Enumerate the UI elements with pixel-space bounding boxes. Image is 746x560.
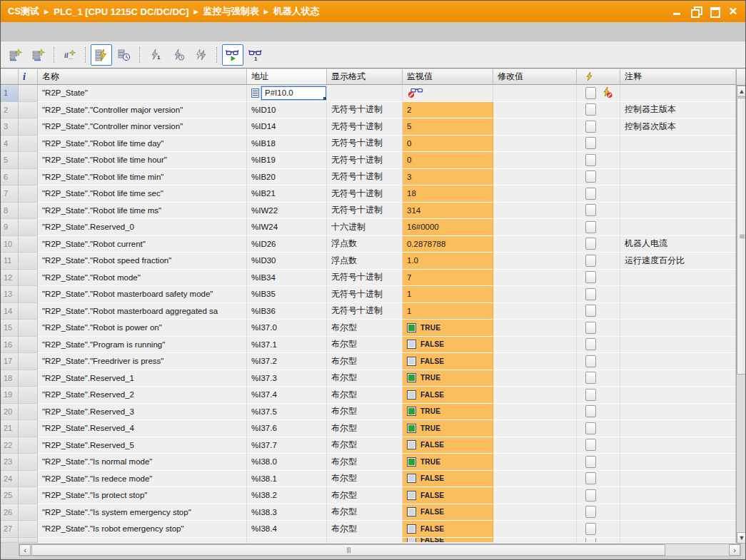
modify-checkbox[interactable] bbox=[585, 338, 596, 350]
close-icon[interactable]: ✕ bbox=[728, 6, 738, 16]
modify-trigger-column-header[interactable] bbox=[577, 69, 620, 85]
modify-checkbox[interactable] bbox=[585, 103, 596, 116]
display-format-cell[interactable]: 无符号十进制 bbox=[327, 303, 403, 320]
row-number-cell[interactable]: 12 bbox=[1, 270, 19, 287]
name-cell[interactable]: "R2P_State" bbox=[38, 85, 247, 102]
address-cell[interactable]: %I38.1 bbox=[247, 471, 327, 488]
display-format-cell[interactable]: 无符号十进制 bbox=[327, 169, 403, 186]
address-cell[interactable]: %I37.2 bbox=[247, 353, 327, 370]
row-number-cell[interactable]: 21 bbox=[1, 420, 19, 437]
display-format-cell[interactable]: 十六进制 bbox=[327, 219, 403, 236]
address-cell[interactable] bbox=[247, 538, 327, 543]
modify-checkbox[interactable] bbox=[585, 154, 596, 166]
row-number-cell[interactable]: 2 bbox=[1, 102, 19, 119]
address-cell[interactable]: %I38.2 bbox=[247, 487, 327, 504]
horizontal-scrollbar[interactable]: ‹ › bbox=[19, 544, 741, 556]
insert-row-icon[interactable] bbox=[5, 44, 26, 66]
row-number-cell[interactable]: 7 bbox=[1, 185, 19, 203]
modify-checkbox[interactable] bbox=[585, 389, 596, 401]
breadcrumb-watch-tables[interactable]: 监控与强制表 bbox=[203, 5, 259, 18]
modify-value-cell[interactable] bbox=[493, 303, 577, 320]
name-cell[interactable]: "R2P_State"."Freedriver is press" bbox=[38, 353, 247, 370]
modify-with-trigger-icon[interactable] bbox=[168, 44, 189, 66]
name-column-header[interactable]: 名称 bbox=[38, 69, 247, 85]
comment-cell[interactable] bbox=[620, 85, 736, 102]
row-number-cell[interactable]: 4 bbox=[1, 136, 19, 153]
comment-cell[interactable] bbox=[620, 219, 736, 236]
address-cell[interactable]: %I37.3 bbox=[247, 370, 327, 387]
modify-checkbox[interactable] bbox=[585, 472, 596, 484]
display-format-cell[interactable]: 布尔型 bbox=[327, 370, 403, 387]
address-cell[interactable]: %I37.0 bbox=[247, 320, 327, 337]
scroll-down-icon[interactable]: ▼ bbox=[737, 532, 746, 544]
display-format-cell[interactable]: 布尔型 bbox=[327, 404, 403, 421]
modify-value-cell[interactable] bbox=[493, 487, 577, 504]
name-cell[interactable]: "R2P_State"."Robot masterboard safety mo… bbox=[38, 286, 247, 303]
modify-value-cell[interactable] bbox=[493, 253, 577, 270]
modify-value-cell[interactable] bbox=[493, 270, 577, 287]
address-cell[interactable]: %I38.4 bbox=[247, 521, 327, 538]
address-cell[interactable]: %ID30 bbox=[247, 253, 327, 270]
comment-cell[interactable] bbox=[620, 152, 736, 169]
name-cell[interactable]: "R2P_State"."Robot life time ms" bbox=[38, 203, 247, 220]
display-format-cell[interactable]: 布尔型 bbox=[327, 320, 403, 337]
row-number-cell[interactable]: 13 bbox=[1, 286, 19, 303]
modify-value-cell[interactable] bbox=[493, 219, 577, 236]
breadcrumb-project[interactable]: CS测试 bbox=[8, 5, 39, 18]
row-number-cell[interactable]: 25 bbox=[1, 487, 19, 504]
row-number-cell[interactable] bbox=[1, 538, 19, 543]
modify-value-cell[interactable] bbox=[493, 320, 577, 337]
modify-checkbox[interactable] bbox=[585, 137, 596, 149]
breadcrumb-current-table[interactable]: 机器人状态 bbox=[273, 5, 320, 18]
display-format-cell[interactable]: 浮点数 bbox=[327, 253, 403, 270]
modify-checkbox[interactable] bbox=[585, 170, 596, 183]
expanded-mode-icon[interactable] bbox=[222, 44, 243, 66]
modify-value-cell[interactable] bbox=[493, 353, 577, 370]
monitor-value-column-header[interactable]: 监视值 bbox=[403, 69, 493, 85]
row-number-cell[interactable]: 26 bbox=[1, 504, 19, 521]
comment-cell[interactable] bbox=[620, 420, 736, 437]
row-number-cell[interactable]: 27 bbox=[1, 521, 19, 538]
comment-cell[interactable] bbox=[620, 353, 736, 370]
monitor-all-icon[interactable] bbox=[91, 44, 112, 66]
modify-value-cell[interactable] bbox=[493, 404, 577, 421]
display-format-cell[interactable]: 布尔型 bbox=[327, 454, 403, 471]
vertical-scrollbar[interactable]: ▲ ▼ bbox=[736, 69, 746, 543]
name-cell[interactable]: "R2P_State"."Robot masterboard aggregate… bbox=[38, 303, 247, 320]
comment-cell[interactable] bbox=[620, 320, 736, 337]
address-column-header[interactable]: 地址 bbox=[247, 69, 327, 85]
comment-cell[interactable] bbox=[620, 169, 736, 186]
comment-cell[interactable]: 控制器主版本 bbox=[620, 102, 736, 119]
address-cell[interactable]: %IW24 bbox=[247, 219, 327, 236]
add-row-icon[interactable] bbox=[28, 44, 49, 66]
name-cell[interactable]: "R2P_State"."Is protect stop" bbox=[38, 487, 247, 504]
modify-value-cell[interactable] bbox=[493, 420, 577, 437]
comment-column-header[interactable]: 注释 bbox=[620, 69, 736, 85]
modify-checkbox[interactable] bbox=[585, 221, 596, 233]
modify-value-cell[interactable] bbox=[493, 185, 577, 203]
name-cell[interactable]: "R2P_State"."Is redece mode" bbox=[38, 471, 247, 488]
name-cell[interactable] bbox=[38, 538, 247, 543]
modify-value-cell[interactable] bbox=[493, 286, 577, 303]
address-cell[interactable]: %I37.7 bbox=[247, 437, 327, 454]
float-window-icon[interactable] bbox=[691, 6, 701, 16]
name-cell[interactable]: "R2P_State"."Robot life time hour" bbox=[38, 152, 247, 169]
row-number-cell[interactable]: 10 bbox=[1, 236, 19, 253]
display-format-cell[interactable]: 无符号十进制 bbox=[327, 152, 403, 169]
maximize-icon[interactable] bbox=[710, 6, 720, 16]
display-format-cell[interactable]: 无符号十进制 bbox=[327, 136, 403, 153]
comment-cell[interactable] bbox=[620, 404, 736, 421]
address-cell[interactable]: %I37.6 bbox=[247, 420, 327, 437]
modify-value-cell[interactable] bbox=[493, 102, 577, 119]
name-cell[interactable]: "R2P_State"."Program is running" bbox=[38, 337, 247, 354]
display-format-cell[interactable]: 无符号十进制 bbox=[327, 286, 403, 303]
display-format-cell[interactable]: 布尔型 bbox=[327, 471, 403, 488]
modify-value-cell[interactable] bbox=[493, 437, 577, 454]
row-number-cell[interactable]: 8 bbox=[1, 203, 19, 220]
modify-checkbox[interactable] bbox=[585, 538, 596, 543]
row-number-cell[interactable]: 1 bbox=[1, 85, 19, 102]
comment-cell[interactable] bbox=[620, 270, 736, 287]
name-cell[interactable]: "R2P_State"."Robot is power on" bbox=[38, 320, 247, 337]
address-cell[interactable]: %IB34 bbox=[247, 270, 327, 287]
modify-checkbox[interactable] bbox=[585, 489, 596, 502]
